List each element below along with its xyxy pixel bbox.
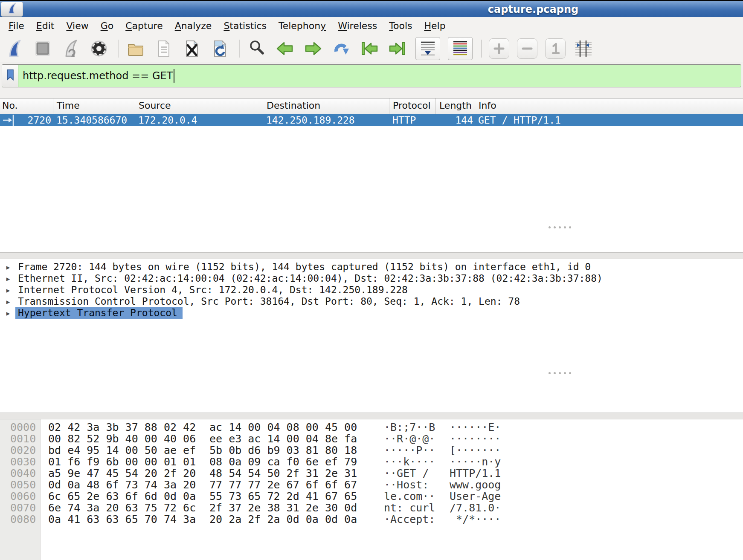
title-bar[interactable]: capture.pcapng	[0, 0, 743, 17]
column-header-source[interactable]: Source	[135, 98, 263, 114]
restart-capture-icon	[61, 39, 81, 58]
hex-ascii[interactable]: /7.81.0·	[450, 502, 501, 514]
column-header-info[interactable]: Info	[475, 98, 743, 114]
expand-arrow-icon[interactable]	[3, 263, 14, 271]
hex-bytes[interactable]: 77 77 77 2e 67 6f 6f 67	[209, 479, 357, 491]
hex-bytes[interactable]: 00 82 52 9b 40 00 40 06	[48, 433, 196, 445]
expand-arrow-icon[interactable]	[3, 274, 14, 283]
packet-row[interactable]: 272015.340586670172.20.0.4142.250.189.22…	[0, 114, 743, 126]
detail-row[interactable]: Frame 2720: 144 bytes on wire (1152 bits…	[0, 261, 743, 273]
hex-ascii[interactable]: ·B:;7··B	[384, 421, 435, 433]
detail-row[interactable]: Hypertext Transfer Protocol	[0, 307, 743, 319]
column-header-protocol[interactable]: Protocol	[389, 98, 436, 114]
pane-splitter-top[interactable]	[0, 252, 743, 259]
hex-bytes[interactable]: 5b 0b d6 b9 03 81 80 18	[209, 445, 357, 456]
hex-row[interactable]: 001000 82 52 9b 40 00 40 06ee e3 ac 14 0…	[0, 433, 743, 445]
menu-item-wireless[interactable]: Wireless	[332, 19, 383, 33]
go-to-packet-button[interactable]	[331, 38, 351, 59]
hex-row[interactable]: 00800a 41 63 63 65 70 74 3a20 2a 2f 2a 0…	[0, 514, 743, 525]
menu-item-go[interactable]: Go	[95, 19, 120, 33]
column-header-time[interactable]: Time	[53, 98, 135, 114]
hex-row[interactable]: 000002 42 3a 3b 37 88 02 42ac 14 00 04 0…	[0, 421, 743, 433]
hex-ascii[interactable]: ·····P··	[384, 445, 435, 456]
colorize-button[interactable]	[448, 37, 473, 60]
hex-ascii[interactable]: ·Accept:	[384, 514, 435, 525]
hex-bytes[interactable]: a5 9e 47 45 54 20 2f 20	[48, 468, 196, 479]
hex-ascii[interactable]: ··R·@·@·	[384, 433, 435, 445]
hex-row[interactable]: 00606c 65 2e 63 6f 6d 0d 0a55 73 65 72 2…	[0, 491, 743, 502]
open-file-button[interactable]	[125, 38, 146, 59]
hex-bytes[interactable]: 2f 37 2e 38 31 2e 30 0d	[209, 502, 357, 514]
wireshark-start-icon	[5, 39, 24, 58]
menu-item-edit[interactable]: Edit	[30, 19, 61, 33]
hex-row[interactable]: 00706e 74 3a 20 63 75 72 6c2f 37 2e 38 3…	[0, 502, 743, 514]
hex-ascii[interactable]: ··GET /	[384, 468, 435, 479]
hex-bytes[interactable]: ee e3 ac 14 00 04 8e fa	[209, 433, 357, 445]
hex-bytes[interactable]: 6c 65 2e 63 6f 6d 0d 0a	[48, 491, 196, 502]
column-header-destination[interactable]: Destination	[263, 98, 389, 114]
hex-bytes[interactable]: 20 2a 2f 2a 0d 0a 0d 0a	[209, 514, 357, 525]
capture-options-button[interactable]	[89, 38, 109, 59]
detail-row[interactable]: Internet Protocol Version 4, Src: 172.20…	[0, 284, 743, 296]
hex-ascii[interactable]: */*····	[450, 514, 501, 525]
hex-ascii[interactable]: [·······	[450, 445, 501, 456]
hex-bytes[interactable]: 48 54 54 50 2f 31 2e 31	[209, 468, 357, 479]
hex-ascii[interactable]: ········	[450, 433, 501, 445]
expand-arrow-icon[interactable]	[3, 297, 14, 306]
hex-bytes[interactable]: bd e4 95 14 00 50 ae ef	[48, 445, 196, 456]
auto-scroll-button[interactable]	[415, 37, 440, 60]
menu-item-file[interactable]: File	[3, 19, 30, 33]
hex-ascii[interactable]: ······E·	[450, 421, 501, 433]
hex-bytes[interactable]: 0d 0a 48 6f 73 74 3a 20	[48, 479, 196, 491]
menu-item-view[interactable]: View	[60, 19, 94, 33]
go-last-button[interactable]	[387, 38, 408, 59]
hex-ascii[interactable]: ···k····	[384, 456, 435, 468]
column-header-no[interactable]: No.	[0, 98, 53, 114]
hex-ascii[interactable]: HTTP/1.1	[450, 468, 501, 479]
splitter-handle-dots[interactable]	[549, 226, 571, 228]
hex-row[interactable]: 003001 f6 f9 6b 00 00 01 0108 0a 09 ca f…	[0, 456, 743, 468]
hex-ascii[interactable]: User-Age	[450, 491, 501, 502]
menu-item-statistics[interactable]: Statistics	[218, 19, 273, 33]
hex-ascii[interactable]: nt: curl	[384, 502, 435, 514]
reload-file-button[interactable]	[210, 38, 230, 59]
detail-row[interactable]: Transmission Control Protocol, Src Port:…	[0, 296, 743, 307]
menu-item-tools[interactable]: Tools	[383, 19, 418, 33]
packet-list-body[interactable]: 272015.340586670172.20.0.4142.250.189.22…	[0, 114, 743, 126]
go-forward-button[interactable]	[303, 38, 323, 59]
hex-offset: 0050	[10, 479, 36, 491]
window-app-icon-button[interactable]	[1, 2, 23, 17]
close-file-button[interactable]	[182, 38, 202, 59]
wireshark-start-button[interactable]	[4, 38, 25, 59]
menu-item-help[interactable]: Help	[418, 19, 451, 33]
hex-ascii[interactable]: ·····n·y	[450, 456, 501, 468]
go-first-button[interactable]	[359, 38, 380, 59]
menu-item-capture[interactable]: Capture	[119, 19, 169, 33]
column-header-length[interactable]: Length	[436, 98, 475, 114]
find-packet-button[interactable]	[247, 38, 267, 59]
hex-bytes[interactable]: 08 0a 09 ca f0 6e ef 79	[209, 456, 357, 468]
expand-arrow-icon[interactable]	[3, 286, 14, 294]
hex-bytes[interactable]: ac 14 00 04 08 00 45 00	[209, 421, 357, 433]
expand-arrow-icon[interactable]	[3, 309, 14, 318]
hex-ascii[interactable]: www.goog	[450, 479, 501, 491]
display-filter-input[interactable]: http.request.method == GET	[2, 64, 741, 87]
filter-bookmark-button[interactable]	[2, 65, 18, 87]
go-back-button[interactable]	[275, 38, 295, 59]
pane-splitter-bottom[interactable]	[0, 413, 743, 419]
hex-bytes[interactable]: 6e 74 3a 20 63 75 72 6c	[48, 502, 196, 514]
hex-bytes[interactable]: 01 f6 f9 6b 00 00 01 01	[48, 456, 196, 468]
detail-row-text: Internet Protocol Version 4, Src: 172.20…	[15, 284, 413, 296]
hex-ascii[interactable]: le.com··	[384, 491, 435, 502]
hex-bytes[interactable]: 55 73 65 72 2d 41 67 65	[209, 491, 357, 502]
hex-row[interactable]: 0040a5 9e 47 45 54 20 2f 2048 54 54 50 2…	[0, 468, 743, 479]
hex-bytes[interactable]: 0a 41 63 63 65 70 74 3a	[48, 514, 196, 525]
hex-row[interactable]: 0020bd e4 95 14 00 50 ae ef5b 0b d6 b9 0…	[0, 445, 743, 456]
hex-row[interactable]: 00500d 0a 48 6f 73 74 3a 2077 77 77 2e 6…	[0, 479, 743, 491]
menu-item-analyze[interactable]: Analyze	[169, 19, 218, 33]
menu-item-telephony[interactable]: Telephony	[273, 19, 332, 33]
hex-bytes[interactable]: 02 42 3a 3b 37 88 02 42	[48, 421, 196, 433]
detail-row[interactable]: Ethernet II, Src: 02:42:ac:14:00:04 (02:…	[0, 273, 743, 284]
splitter-handle-dots[interactable]	[549, 372, 571, 374]
hex-ascii[interactable]: ··Host:	[384, 479, 435, 491]
